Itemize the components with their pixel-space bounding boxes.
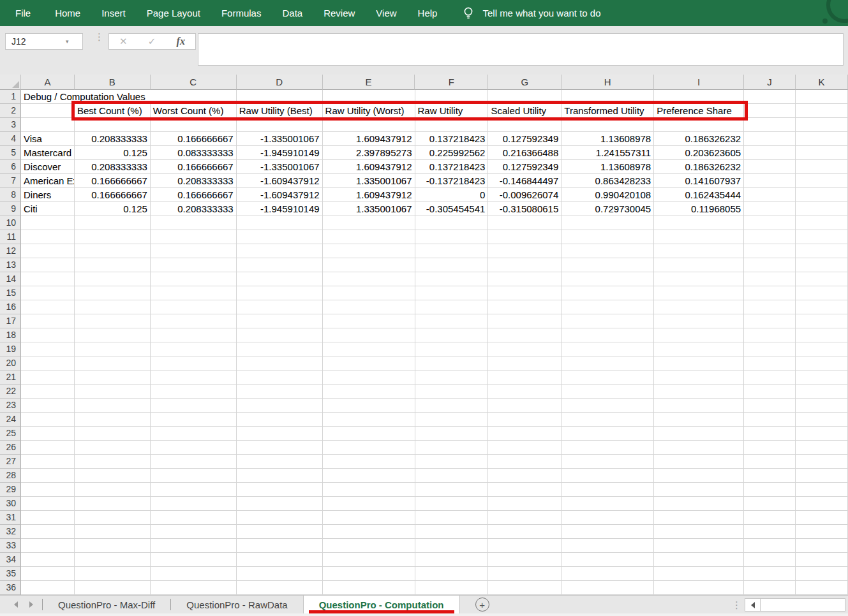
cell-F14[interactable] <box>415 272 489 286</box>
cell-J16[interactable] <box>744 300 796 314</box>
cell-A3[interactable] <box>21 118 75 132</box>
row-header-10[interactable]: 10 <box>0 216 21 230</box>
row-header-32[interactable]: 32 <box>0 525 21 539</box>
row-header-3[interactable]: 3 <box>0 118 21 132</box>
cell-I35[interactable] <box>654 567 744 581</box>
cell-B6[interactable]: 0.208333333 <box>75 160 151 174</box>
cell-B25[interactable] <box>75 427 151 441</box>
cell-J23[interactable] <box>744 399 796 413</box>
cell-C27[interactable] <box>151 455 237 469</box>
cell-A8-label[interactable]: Diners <box>21 188 75 202</box>
cell-I14[interactable] <box>654 272 744 286</box>
cell-J28[interactable] <box>744 469 796 483</box>
cell-H34[interactable] <box>562 553 654 567</box>
row-header-29[interactable]: 29 <box>0 483 21 497</box>
cell-F28[interactable] <box>415 469 489 483</box>
cell-C34[interactable] <box>151 553 237 567</box>
cell-C14[interactable] <box>151 272 237 286</box>
cell-I30[interactable] <box>654 497 744 511</box>
cell-C17[interactable] <box>151 314 237 328</box>
row-header-7[interactable]: 7 <box>0 174 21 188</box>
cell-I32[interactable] <box>654 525 744 539</box>
ribbon-tab-data[interactable]: Data <box>282 8 302 18</box>
cell-B30[interactable] <box>75 497 151 511</box>
row-header-31[interactable]: 31 <box>0 511 21 525</box>
cell-A20[interactable] <box>21 356 75 370</box>
cell-G1[interactable] <box>488 90 562 104</box>
cell-C6[interactable]: 0.166666667 <box>151 160 237 174</box>
cell-G28[interactable] <box>488 469 562 483</box>
column-header-F[interactable]: F <box>415 75 488 90</box>
cell-F22[interactable] <box>415 385 489 399</box>
cell-H3[interactable] <box>562 118 654 132</box>
cell-E10[interactable] <box>323 216 415 230</box>
cell-I2-header[interactable]: Preference Share <box>654 104 744 118</box>
enter-icon[interactable]: ✓ <box>148 36 156 47</box>
cell-G8[interactable]: -0.009626074 <box>488 188 562 202</box>
cell-F17[interactable] <box>415 314 489 328</box>
cell-G33[interactable] <box>488 539 562 553</box>
cell-D7[interactable]: -1.609437912 <box>237 174 323 188</box>
cell-G23[interactable] <box>488 399 562 413</box>
cell-B33[interactable] <box>75 539 151 553</box>
cell-F31[interactable] <box>415 511 489 525</box>
cell-K23[interactable] <box>796 399 848 413</box>
cell-K6[interactable] <box>796 160 848 174</box>
cell-J10[interactable] <box>744 216 796 230</box>
cell-E11[interactable] <box>323 230 415 244</box>
cell-K30[interactable] <box>796 497 848 511</box>
cell-G29[interactable] <box>488 483 562 497</box>
cell-B10[interactable] <box>75 216 151 230</box>
cell-D21[interactable] <box>237 370 323 385</box>
cell-E12[interactable] <box>323 244 415 258</box>
cell-K33[interactable] <box>796 539 848 553</box>
cell-I3[interactable] <box>654 118 744 132</box>
cell-G30[interactable] <box>488 497 562 511</box>
cell-H7[interactable]: 0.863428233 <box>562 174 654 188</box>
cell-A5-label[interactable]: Mastercard <box>21 146 75 160</box>
cell-G11[interactable] <box>488 230 562 244</box>
cell-K1[interactable] <box>796 90 848 104</box>
cell-F2-header[interactable]: Raw Utility <box>415 104 489 118</box>
cell-D23[interactable] <box>237 399 323 413</box>
cell-F10[interactable] <box>415 216 489 230</box>
cell-H19[interactable] <box>562 342 654 356</box>
row-header-28[interactable]: 28 <box>0 469 21 483</box>
column-header-A[interactable]: A <box>21 75 75 90</box>
cell-A27[interactable] <box>21 455 75 469</box>
row-header-17[interactable]: 17 <box>0 314 21 328</box>
cell-H26[interactable] <box>562 441 654 455</box>
cell-B9[interactable]: 0.125 <box>75 202 151 216</box>
cell-K35[interactable] <box>796 567 848 581</box>
cell-K32[interactable] <box>796 525 848 539</box>
row-header-2[interactable]: 2 <box>0 104 21 118</box>
cell-E2-header[interactable]: Raw Utility (Worst) <box>323 104 415 118</box>
cell-C28[interactable] <box>151 469 237 483</box>
cell-C12[interactable] <box>151 244 237 258</box>
cell-H15[interactable] <box>562 286 654 300</box>
cell-J24[interactable] <box>744 413 796 427</box>
cell-G13[interactable] <box>488 258 562 272</box>
cancel-icon[interactable]: ✕ <box>119 36 128 47</box>
cell-J13[interactable] <box>744 258 796 272</box>
cell-H1[interactable] <box>562 90 654 104</box>
cell-H36[interactable] <box>562 581 654 595</box>
cell-G19[interactable] <box>488 342 562 356</box>
row-header-20[interactable]: 20 <box>0 356 21 370</box>
cell-D32[interactable] <box>237 525 323 539</box>
cell-B16[interactable] <box>75 300 151 314</box>
cell-F36[interactable] <box>415 581 489 595</box>
cell-A22[interactable] <box>21 385 75 399</box>
cell-H30[interactable] <box>562 497 654 511</box>
cell-B21[interactable] <box>75 370 151 385</box>
cell-H12[interactable] <box>562 244 654 258</box>
cell-F35[interactable] <box>415 567 489 581</box>
cell-J12[interactable] <box>744 244 796 258</box>
cell-G10[interactable] <box>488 216 562 230</box>
cell-H14[interactable] <box>562 272 654 286</box>
row-header-4[interactable]: 4 <box>0 132 21 146</box>
row-header-27[interactable]: 27 <box>0 455 21 469</box>
cell-E27[interactable] <box>323 455 415 469</box>
cell-E28[interactable] <box>323 469 415 483</box>
cell-E1[interactable] <box>323 90 415 104</box>
